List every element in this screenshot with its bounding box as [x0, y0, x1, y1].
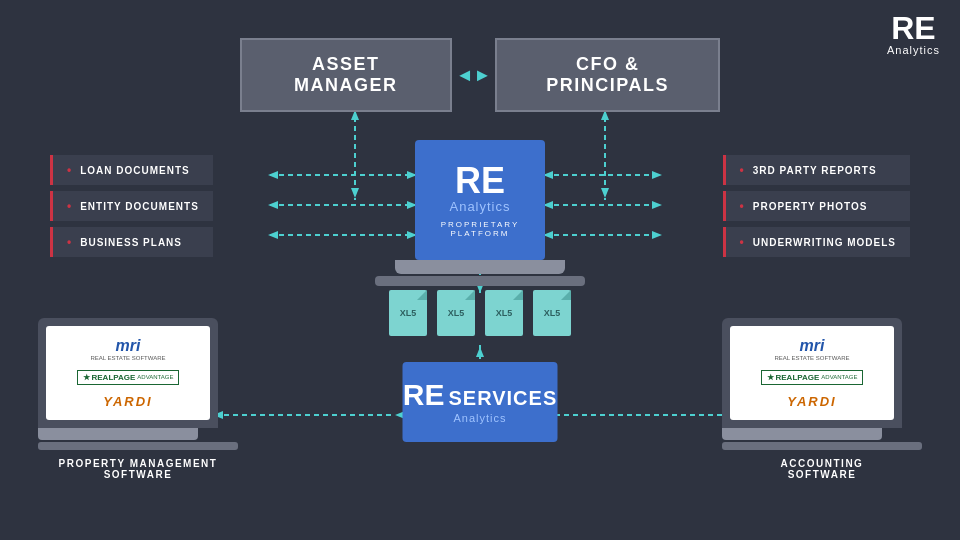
bullet-icon: •	[67, 163, 72, 177]
left-documents: • LOAN DOCUMENTS • ENTITY DOCUMENTS • BU…	[50, 155, 213, 257]
mri-sub-right: REAL ESTATE SOFTWARE	[774, 355, 849, 361]
services-analytics-text: Analytics	[453, 412, 506, 424]
center-platform: RE Analytics PROPRIETARY PLATFORM	[375, 140, 585, 286]
business-plans-label: BUSINESS PLANS	[80, 237, 182, 248]
services-text: SERVICES	[448, 387, 557, 410]
loan-documents-item: • LOAN DOCUMENTS	[50, 155, 213, 185]
svg-marker-23	[268, 231, 278, 239]
accounting-laptop: mri REAL ESTATE SOFTWARE ★ REALPAGE ADVA…	[722, 318, 922, 480]
bullet-icon: •	[67, 199, 72, 213]
xls-files-row: XL5 XL5 XL5 XL5	[389, 290, 571, 336]
third-party-reports-label: 3RD PARTY REPORTS	[753, 165, 877, 176]
yardi-text-left: YARDI	[103, 394, 152, 409]
bullet-icon: •	[67, 235, 72, 249]
underwriting-models-item: • UNDERWRITING MODELS	[723, 227, 910, 257]
realpage-icon-left: ★	[83, 373, 90, 382]
yardi-text-right: YARDI	[787, 394, 836, 409]
platform-box: RE Analytics PROPRIETARY PLATFORM	[415, 140, 545, 260]
platform-analytics-text: Analytics	[449, 199, 510, 214]
xls-file-3: XL5	[485, 290, 523, 336]
asset-manager-box: ASSET MANAGER	[240, 38, 452, 112]
xls-icon-1: XL5	[389, 290, 427, 336]
xls-icon-3: XL5	[485, 290, 523, 336]
laptop-screen-inner-left: mri REAL ESTATE SOFTWARE ★ REALPAGE ADVA…	[46, 326, 210, 420]
mri-text-left: mri	[90, 337, 165, 355]
property-photos-label: PROPERTY PHOTOS	[753, 201, 868, 212]
re-analytics-logo: RE Analytics	[887, 12, 940, 56]
cfo-principals-box: CFO & PRINCIPALS	[495, 38, 720, 112]
xls-file-2: XL5	[437, 290, 475, 336]
laptop-stand-bottom-left	[38, 428, 198, 440]
top-boxes-container: ASSET MANAGER ◄► CFO & PRINCIPALS	[240, 38, 720, 112]
svg-marker-29	[652, 231, 662, 239]
services-top-row: RE SERVICES	[403, 380, 557, 410]
third-party-reports-item: • 3RD PARTY REPORTS	[723, 155, 910, 185]
mri-logo-right: mri REAL ESTATE SOFTWARE	[774, 337, 849, 361]
laptop-stand-bottom-right	[722, 428, 882, 440]
business-plans-item: • BUSINESS PLANS	[50, 227, 213, 257]
property-management-laptop: mri REAL ESTATE SOFTWARE ★ REALPAGE ADVA…	[38, 318, 238, 480]
underwriting-models-label: UNDERWRITING MODELS	[753, 237, 896, 248]
re-services-box: RE SERVICES Analytics	[403, 362, 558, 442]
svg-marker-14	[351, 188, 359, 198]
bullet-icon: •	[740, 199, 745, 213]
bullet-icon: •	[740, 163, 745, 177]
svg-marker-19	[268, 171, 278, 179]
loan-documents-label: LOAN DOCUMENTS	[80, 165, 190, 176]
realpage-icon-right: ★	[767, 373, 774, 382]
svg-marker-25	[652, 171, 662, 179]
logo-analytics-text: Analytics	[887, 44, 940, 56]
realpage-logo-left: ★ REALPAGE ADVANTAGE	[77, 370, 180, 385]
logo-re-text: RE	[887, 12, 940, 44]
mri-logo-left: mri REAL ESTATE SOFTWARE	[90, 337, 165, 361]
property-management-label: PROPERTY MANAGEMENTSOFTWARE	[38, 458, 238, 480]
laptop-stand	[395, 260, 565, 274]
svg-marker-31	[476, 347, 484, 357]
entity-documents-label: ENTITY DOCUMENTS	[80, 201, 199, 212]
realpage-sub-left: ADVANTAGE	[137, 374, 173, 380]
xls-icon-2: XL5	[437, 290, 475, 336]
realpage-logo-right: ★ REALPAGE ADVANTAGE	[761, 370, 864, 385]
laptop-base	[375, 276, 585, 286]
svg-marker-16	[601, 188, 609, 198]
xls-file-1: XL5	[389, 290, 427, 336]
top-arrow: ◄►	[452, 65, 496, 86]
xls-icon-4: XL5	[533, 290, 571, 336]
realpage-sub-right: ADVANTAGE	[821, 374, 857, 380]
mri-text-right: mri	[774, 337, 849, 355]
laptop-base-bottom-right	[722, 442, 922, 450]
entity-documents-item: • ENTITY DOCUMENTS	[50, 191, 213, 221]
laptop-screen-right: mri REAL ESTATE SOFTWARE ★ REALPAGE ADVA…	[722, 318, 902, 428]
bullet-icon: •	[740, 235, 745, 249]
svg-marker-27	[652, 201, 662, 209]
laptop-screen-left: mri REAL ESTATE SOFTWARE ★ REALPAGE ADVA…	[38, 318, 218, 428]
platform-re-text: RE	[455, 163, 505, 199]
laptop-screen-inner-right: mri REAL ESTATE SOFTWARE ★ REALPAGE ADVA…	[730, 326, 894, 420]
services-re-text: RE	[403, 380, 445, 410]
accounting-label: ACCOUNTINGSOFTWARE	[722, 458, 922, 480]
right-documents: • 3RD PARTY REPORTS • PROPERTY PHOTOS • …	[723, 155, 910, 257]
realpage-text-right: REALPAGE	[776, 373, 820, 382]
mri-sub-left: REAL ESTATE SOFTWARE	[90, 355, 165, 361]
realpage-text-left: REALPAGE	[92, 373, 136, 382]
xls-file-4: XL5	[533, 290, 571, 336]
platform-subtitle-text: PROPRIETARY PLATFORM	[415, 220, 545, 238]
laptop-base-bottom-left	[38, 442, 238, 450]
property-photos-item: • PROPERTY PHOTOS	[723, 191, 910, 221]
svg-marker-21	[268, 201, 278, 209]
